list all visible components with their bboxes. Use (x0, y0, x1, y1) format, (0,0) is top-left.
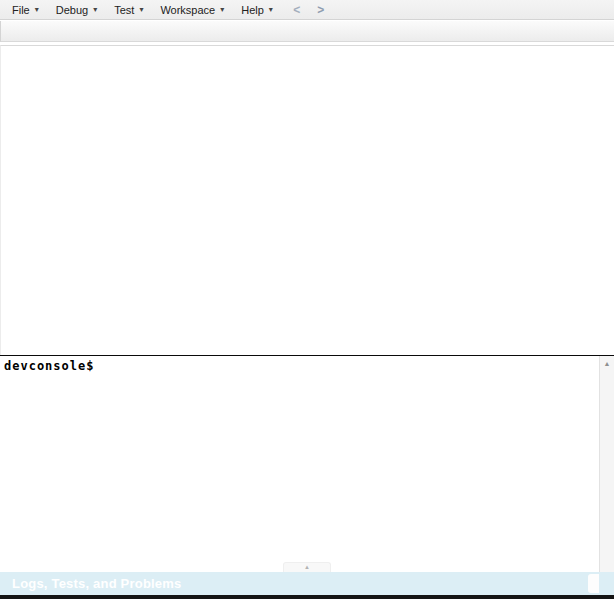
console-prompt[interactable]: devconsole$ (0, 356, 599, 373)
console-scrollbar[interactable]: ▲ ▼ (599, 356, 614, 594)
bottom-dock-edge (0, 595, 614, 599)
caret-down-icon: ▾ (93, 6, 97, 14)
menu-help[interactable]: Help ▾ (235, 1, 279, 19)
console-panel[interactable]: devconsole$ (0, 356, 599, 563)
menubar: File ▾ Debug ▾ Test ▾ Workspace ▾ Help ▾… (0, 0, 614, 20)
menu-workspace-label: Workspace (160, 4, 215, 16)
developer-console-window: File ▾ Debug ▾ Test ▾ Workspace ▾ Help ▾… (0, 0, 614, 600)
menu-file-label: File (12, 4, 30, 16)
caret-down-icon: ▾ (220, 6, 224, 14)
scroll-up-icon[interactable]: ▲ (600, 360, 614, 367)
menu-debug[interactable]: Debug ▾ (50, 1, 103, 19)
editor-panel (0, 45, 614, 355)
caret-down-icon: ▾ (35, 6, 39, 14)
menu-test[interactable]: Test ▾ (108, 1, 149, 19)
chevron-right-icon: > (317, 3, 324, 17)
menu-test-label: Test (114, 4, 134, 16)
tab-strip (0, 21, 614, 42)
caret-down-icon: ▾ (269, 6, 273, 14)
menu-help-label: Help (241, 4, 264, 16)
logs-tests-problems-title: Logs, Tests, and Problems (0, 576, 181, 591)
nav-back-button[interactable]: < (286, 1, 308, 19)
menu-debug-label: Debug (56, 4, 88, 16)
nav-forward-button[interactable]: > (310, 1, 332, 19)
menu-workspace[interactable]: Workspace ▾ (154, 1, 230, 19)
menu-file[interactable]: File ▾ (6, 1, 45, 19)
chevron-left-icon: < (293, 3, 300, 17)
collapse-arrow-icon: ▲ (304, 564, 310, 570)
caret-down-icon: ▾ (139, 6, 143, 14)
footer-collapse-button[interactable] (588, 574, 599, 593)
logs-tests-problems-bar[interactable]: Logs, Tests, and Problems (0, 572, 614, 595)
